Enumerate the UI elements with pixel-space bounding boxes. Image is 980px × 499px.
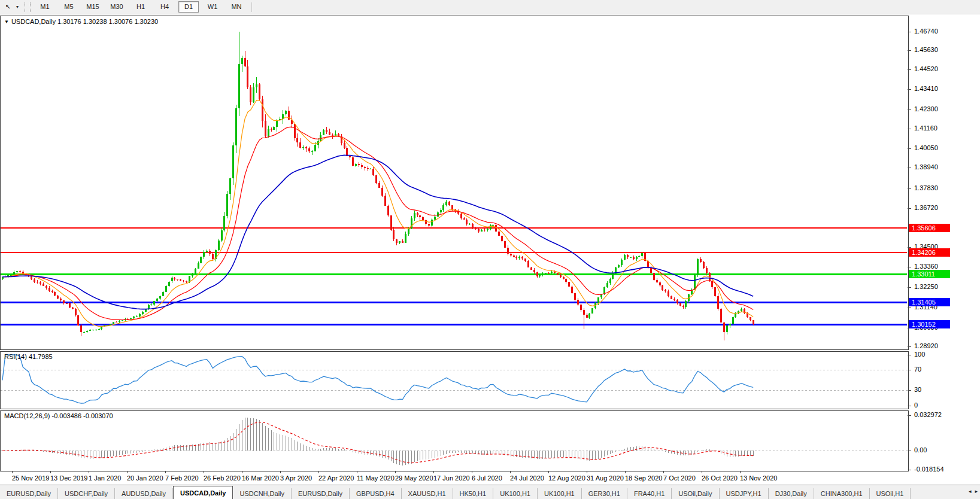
date-axis-label: 31 Aug 2020 (587, 474, 624, 482)
date-axis-label: 12 Aug 2020 (548, 474, 585, 482)
symbol-tab-hk50-h1[interactable]: HK50,H1 (453, 488, 494, 499)
chart-title-symbol: USDCAD,Daily (11, 18, 56, 25)
tab-scroll-right-icon[interactable]: ▸ (975, 488, 978, 494)
symbol-tab-gbpusd-h4[interactable]: GBPUSD,H4 (350, 488, 402, 499)
price-tick-label: 1.37830 (914, 184, 938, 191)
rsi-indicator-label: RSI(14) 41.7985 (4, 353, 53, 360)
chart-title-ohlc: 1.30176 1.30238 1.30076 1.30230 (57, 18, 158, 25)
chevron-down-icon[interactable]: ▾ (14, 2, 21, 12)
symbol-tab-eurusd-daily[interactable]: EURUSD,Daily (0, 488, 58, 499)
price-tick-label: 1.33360 (914, 263, 938, 270)
timeframe-button-m15[interactable]: M15 (83, 1, 103, 13)
price-tick-label: 1.36720 (914, 204, 938, 211)
symbol-tab-usoil-h1[interactable]: USOil,H1 (870, 488, 911, 499)
price-tick-label: 1.40050 (914, 144, 938, 151)
date-axis-label: 20 Jan 2020 (127, 474, 163, 482)
symbol-tab-usdjpy-h1[interactable]: USDJPY,H1 (720, 488, 769, 499)
symbol-tab-uk100-h1[interactable]: UK100,H1 (493, 488, 538, 499)
price-tick-label: 1.45630 (914, 46, 938, 53)
macd-tick-label: 0.00 (914, 446, 927, 454)
symbol-tab-china300-h1[interactable]: CHINA300,H1 (814, 488, 870, 499)
price-line-label: 1.33011 (909, 270, 950, 278)
date-axis-label: 26 Oct 2020 (702, 474, 738, 482)
timeframe-button-m30[interactable]: M30 (107, 1, 127, 13)
toolbar-grip-handle[interactable] (25, 2, 31, 12)
price-line-label: 1.30152 (909, 320, 950, 328)
rsi-tick-label: 30 (914, 386, 921, 393)
price-line-label: 1.31405 (909, 298, 950, 306)
date-axis-label: 11 May 2020 (357, 474, 395, 482)
price-tick-label: 1.32250 (914, 283, 938, 290)
macd-tick-label: 0.032972 (914, 411, 942, 418)
symbol-tab-dj30-daily[interactable]: DJ30,Daily (769, 488, 814, 499)
timeframe-button-w1[interactable]: W1 (202, 1, 223, 13)
date-axis-label: 16 Mar 2020 (242, 474, 279, 482)
symbol-tab-ger30-h1[interactable]: GER30,H1 (582, 488, 627, 499)
date-axis-label: 18 Sep 2020 (625, 474, 662, 482)
symbol-tab-eurusd-daily[interactable]: EURUSD,Daily (292, 488, 350, 499)
price-line-label: 1.34206 (909, 248, 950, 257)
date-axis-label: 1 Jan 2020 (89, 474, 121, 482)
date-axis-label: 6 Jul 2020 (472, 474, 502, 482)
symbol-tab-audusd-daily[interactable]: AUDUSD,Daily (115, 488, 173, 499)
main-chart-panel[interactable] (0, 16, 909, 350)
rsi-tick-label: 100 (914, 351, 925, 358)
date-axis-label: 24 Jul 2020 (510, 474, 544, 482)
trading-platform-window: ↖ ▾ M1M5M15M30H1H4D1W1MN 1.467401.456301… (0, 0, 980, 499)
macd-tick-label: -0.018154 (914, 465, 944, 473)
symbol-tab-usoil-daily[interactable]: USOil,Daily (672, 488, 719, 499)
symbol-tab-uk100-h1[interactable]: UK100,H1 (538, 488, 582, 499)
date-axis-label: 3 Apr 2020 (280, 474, 312, 482)
date-axis-label: 17 Jun 2020 (433, 474, 470, 482)
timeframe-button-m1[interactable]: M1 (35, 1, 55, 13)
timeframe-toolbar: ↖ ▾ M1M5M15M30H1H4D1W1MN (0, 0, 980, 14)
timeframe-button-d1[interactable]: D1 (178, 1, 199, 13)
toolbar-separator (251, 2, 252, 12)
date-axis-label: 7 Feb 2020 (165, 474, 199, 482)
symbol-list-caret-icon[interactable]: ▼ (4, 19, 9, 25)
symbol-tab-bar: EURUSD,DailyUSDCHF,DailyAUDUSD,DailyUSDC… (0, 485, 980, 499)
timeframe-buttons-group: M1M5M15M30H1H4D1W1MN (33, 1, 248, 13)
rsi-tick-label: 70 (914, 366, 921, 373)
symbol-tab-xauusd-h1[interactable]: XAUUSD,H1 (402, 488, 453, 499)
price-tick-label: 1.31140 (914, 303, 937, 311)
timeframe-button-m5[interactable]: M5 (59, 1, 79, 13)
tab-scroll-controls: ◂ ▸ (969, 488, 978, 494)
price-tick-label: 1.44520 (914, 65, 938, 72)
date-axis-label: 29 May 2020 (395, 474, 433, 482)
date-axis-label: 22 Apr 2020 (318, 474, 354, 482)
tab-scroll-left-icon[interactable]: ◂ (969, 488, 972, 494)
timeframe-button-h1[interactable]: H1 (131, 1, 151, 13)
date-axis-label: 13 Nov 2020 (740, 474, 777, 482)
chart-title: ▼USDCAD,Daily 1.30176 1.30238 1.30076 1.… (4, 18, 158, 25)
macd-indicator-label: MACD(12,26,9) -0.003486 -0.003070 (4, 412, 113, 419)
cursor-tool-icon[interactable]: ↖ (2, 2, 14, 12)
price-tick-label: 1.41160 (914, 124, 937, 132)
rsi-panel[interactable] (0, 351, 909, 409)
symbol-tab-usdcnh-daily[interactable]: USDCNH,Daily (233, 488, 292, 499)
date-axis-label: 26 Feb 2020 (204, 474, 241, 482)
price-line-label: 1.35606 (909, 224, 950, 232)
macd-panel[interactable] (0, 410, 909, 471)
symbol-tab-usdcad-daily[interactable]: USDCAD,Daily (173, 486, 233, 499)
date-axis-label: 25 Nov 2019 (12, 474, 49, 482)
price-tick-label: 1.43410 (914, 85, 938, 92)
price-tick-label: 1.46740 (914, 28, 938, 35)
timeframe-button-h4[interactable]: H4 (154, 1, 175, 13)
price-tick-label: 1.30030 (914, 324, 938, 331)
price-tick-label: 1.28920 (914, 342, 938, 349)
rsi-tick-label: 0 (914, 401, 918, 409)
date-axis-label: 13 Dec 2019 (50, 474, 87, 482)
price-tick-label: 1.38940 (914, 163, 938, 171)
price-tick-label: 1.42300 (914, 105, 938, 112)
timeframe-button-mn[interactable]: MN (226, 1, 247, 13)
symbol-tab-fra40-h1[interactable]: FRA40,H1 (627, 488, 672, 499)
date-axis-label: 7 Oct 2020 (663, 474, 696, 482)
symbol-tab-usdchf-daily[interactable]: USDCHF,Daily (58, 488, 115, 499)
price-tick-label: 1.34500 (914, 243, 938, 250)
